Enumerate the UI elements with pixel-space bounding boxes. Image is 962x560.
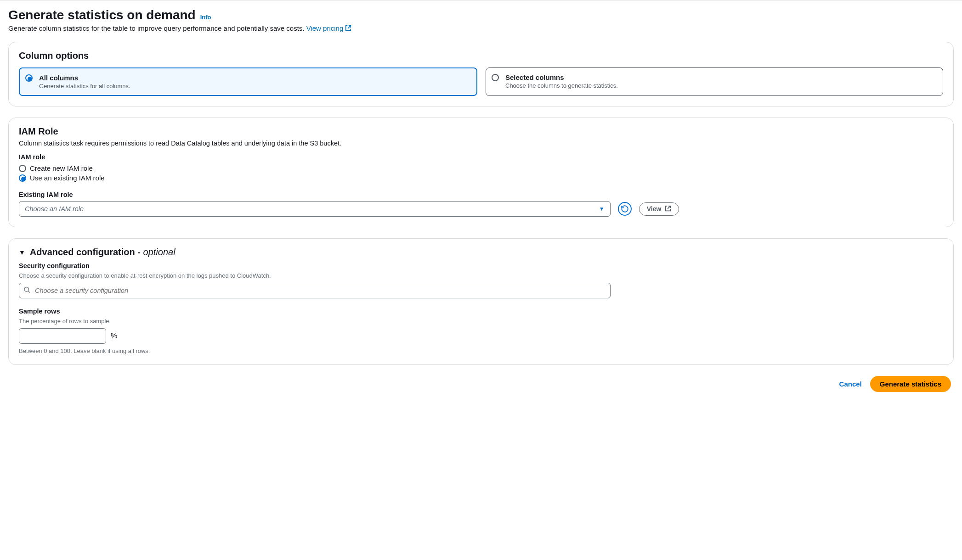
sample-rows-label: Sample rows (19, 308, 943, 315)
view-pricing-link[interactable]: View pricing (306, 24, 352, 32)
radio-icon (19, 165, 26, 172)
triangle-down-icon: ▼ (19, 249, 25, 256)
security-config-input[interactable] (19, 283, 611, 298)
security-config-label: Security configuration (19, 262, 943, 269)
advanced-config-panel: ▼ Advanced configuration - optional Secu… (8, 238, 954, 365)
form-footer: Cancel Generate statistics (8, 376, 954, 392)
refresh-button[interactable] (618, 202, 632, 216)
advanced-heading-optional: optional (143, 247, 175, 257)
generate-statistics-button[interactable]: Generate statistics (870, 376, 951, 392)
radio-label: Create new IAM role (30, 164, 93, 172)
subtitle-text: Generate column statistics for the table… (8, 24, 306, 32)
security-config-desc: Choose a security configuration to enabl… (19, 272, 943, 279)
column-options-heading: Column options (19, 50, 943, 61)
refresh-icon (621, 205, 629, 213)
info-link[interactable]: Info (200, 14, 211, 21)
iam-heading: IAM Role (19, 126, 943, 137)
tile-title: Selected columns (505, 73, 936, 81)
radio-create-new-iam-role[interactable]: Create new IAM role (19, 163, 943, 173)
radio-use-existing-iam-role[interactable]: Use an existing IAM role (19, 173, 943, 183)
radio-label: Use an existing IAM role (30, 174, 105, 182)
external-link-icon (345, 25, 351, 33)
view-pricing-label: View pricing (306, 24, 344, 32)
existing-iam-role-label: Existing IAM role (19, 191, 943, 198)
select-placeholder: Choose an IAM role (25, 205, 84, 213)
tile-title: All columns (39, 74, 470, 82)
tile-desc: Choose the columns to generate statistic… (505, 82, 936, 89)
svg-point-0 (24, 287, 28, 291)
svg-line-1 (28, 291, 30, 293)
view-button[interactable]: View (639, 202, 679, 216)
advanced-heading-text: Advanced configuration (30, 247, 137, 257)
view-button-label: View (647, 205, 662, 213)
cancel-button[interactable]: Cancel (839, 380, 862, 388)
search-icon (23, 286, 31, 295)
page-subtitle: Generate column statistics for the table… (8, 24, 954, 33)
iam-role-label: IAM role (19, 153, 943, 161)
tile-selected-columns[interactable]: Selected columns Choose the columns to g… (486, 67, 943, 96)
radio-icon (492, 74, 499, 81)
sample-rows-input[interactable] (19, 328, 106, 344)
page-title: Generate statistics on demand (8, 8, 196, 22)
tile-all-columns[interactable]: All columns Generate statistics for all … (19, 67, 477, 96)
iam-desc: Column statistics task requires permissi… (19, 140, 943, 147)
sample-rows-constraint: Between 0 and 100. Leave blank if using … (19, 347, 943, 354)
iam-role-panel: IAM Role Column statistics task requires… (8, 118, 954, 227)
iam-role-select[interactable]: Choose an IAM role ▼ (19, 201, 611, 217)
advanced-heading: Advanced configuration - optional (30, 247, 175, 258)
advanced-heading-dash: - (137, 247, 143, 257)
tile-desc: Generate statistics for all columns. (39, 83, 470, 90)
advanced-toggle[interactable]: ▼ Advanced configuration - optional (19, 247, 943, 258)
percent-unit: % (111, 332, 117, 340)
caret-down-icon: ▼ (599, 206, 605, 212)
sample-rows-desc: The percentage of rows to sample. (19, 318, 943, 325)
radio-icon (19, 174, 26, 182)
radio-icon (25, 74, 33, 82)
column-options-panel: Column options All columns Generate stat… (8, 42, 954, 106)
external-link-icon (665, 205, 671, 213)
